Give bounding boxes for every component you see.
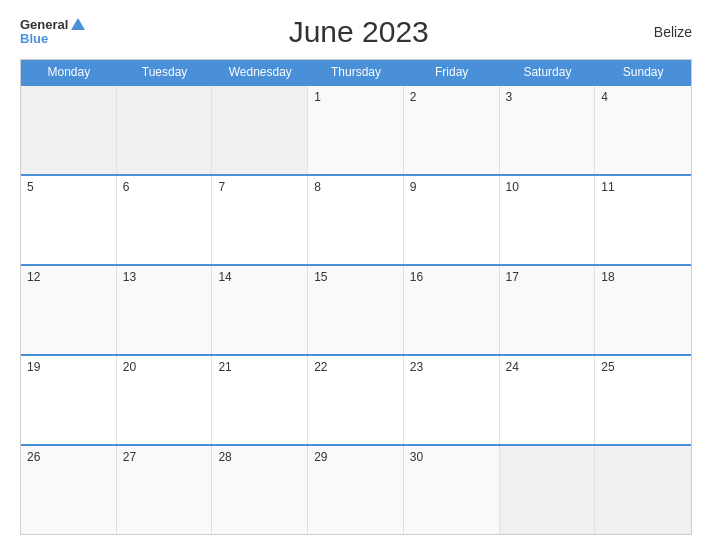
calendar-week-4: 19 20 21 22 23 24 25 <box>21 354 691 444</box>
day-cell-5: 5 <box>21 176 117 264</box>
day-cell-25: 25 <box>595 356 691 444</box>
day-cell-19: 19 <box>21 356 117 444</box>
day-cell-18: 18 <box>595 266 691 354</box>
day-cell-w1-tue <box>117 86 213 174</box>
day-cell-1: 1 <box>308 86 404 174</box>
calendar-week-5: 26 27 28 29 30 <box>21 444 691 534</box>
header-sunday: Sunday <box>595 60 691 84</box>
day-cell-2: 2 <box>404 86 500 174</box>
day-cell-w1-mon <box>21 86 117 174</box>
calendar-week-3: 12 13 14 15 16 17 18 <box>21 264 691 354</box>
day-cell-22: 22 <box>308 356 404 444</box>
header-thursday: Thursday <box>308 60 404 84</box>
day-cell-11: 11 <box>595 176 691 264</box>
day-cell-9: 9 <box>404 176 500 264</box>
country-label: Belize <box>632 24 692 40</box>
day-cell-13: 13 <box>117 266 213 354</box>
calendar-body: 1 2 3 4 5 6 7 8 9 10 11 12 13 14 15 16 <box>21 84 691 534</box>
day-cell-27: 27 <box>117 446 213 534</box>
day-cell-w5-sun <box>595 446 691 534</box>
day-cell-23: 23 <box>404 356 500 444</box>
day-cell-28: 28 <box>212 446 308 534</box>
day-cell-15: 15 <box>308 266 404 354</box>
day-cell-7: 7 <box>212 176 308 264</box>
day-cell-6: 6 <box>117 176 213 264</box>
calendar-week-2: 5 6 7 8 9 10 11 <box>21 174 691 264</box>
day-cell-14: 14 <box>212 266 308 354</box>
header-saturday: Saturday <box>500 60 596 84</box>
day-cell-17: 17 <box>500 266 596 354</box>
day-cell-4: 4 <box>595 86 691 174</box>
calendar-week-1: 1 2 3 4 <box>21 84 691 174</box>
day-cell-29: 29 <box>308 446 404 534</box>
day-cell-16: 16 <box>404 266 500 354</box>
day-cell-10: 10 <box>500 176 596 264</box>
day-cell-20: 20 <box>117 356 213 444</box>
day-cell-26: 26 <box>21 446 117 534</box>
logo-general: General <box>20 18 68 32</box>
day-cell-8: 8 <box>308 176 404 264</box>
page-header: General Blue June 2023 Belize <box>20 15 692 49</box>
header-monday: Monday <box>21 60 117 84</box>
day-cell-21: 21 <box>212 356 308 444</box>
calendar-grid: Monday Tuesday Wednesday Thursday Friday… <box>20 59 692 535</box>
header-wednesday: Wednesday <box>212 60 308 84</box>
month-title: June 2023 <box>85 15 632 49</box>
day-cell-w5-sat <box>500 446 596 534</box>
header-friday: Friday <box>404 60 500 84</box>
header-tuesday: Tuesday <box>117 60 213 84</box>
logo-blue: Blue <box>20 32 85 46</box>
day-cell-30: 30 <box>404 446 500 534</box>
day-cell-24: 24 <box>500 356 596 444</box>
day-cell-3: 3 <box>500 86 596 174</box>
day-cell-w1-wed <box>212 86 308 174</box>
logo: General Blue <box>20 18 85 47</box>
day-cell-12: 12 <box>21 266 117 354</box>
calendar-page: General Blue June 2023 Belize Monday Tue… <box>0 0 712 550</box>
calendar-header: Monday Tuesday Wednesday Thursday Friday… <box>21 60 691 84</box>
